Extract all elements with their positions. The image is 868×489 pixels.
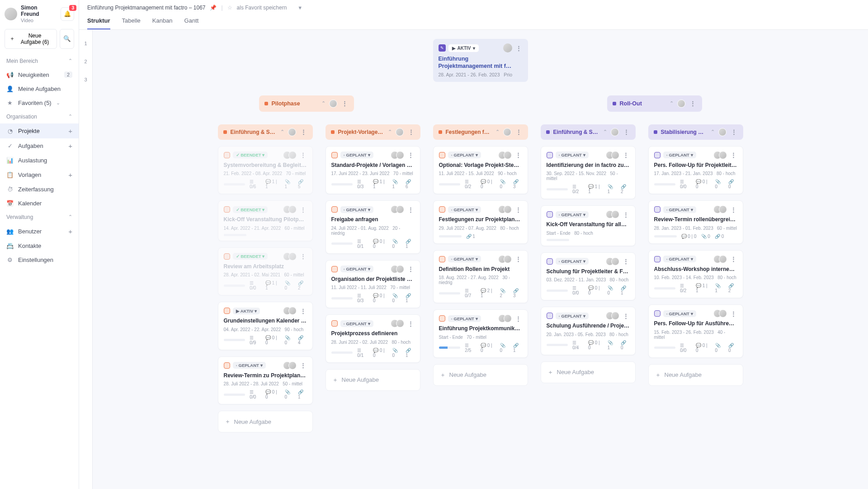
more-icon[interactable]: ⋮ <box>622 313 630 319</box>
nav-item[interactable]: ⚙Einstellungen <box>0 253 79 267</box>
task-card[interactable]: ◦ GEPLANT ▾ ⋮ Schulung für Projektleiter… <box>541 252 636 301</box>
nav-item[interactable]: ✓Aufgaben+ <box>0 138 79 153</box>
task-status[interactable]: ◦ GEPLANT ▾ <box>556 211 589 218</box>
task-card[interactable]: ◦ GEPLANT ▾ ⋮ Festlegungen zur Projektpl… <box>433 200 528 244</box>
task-status[interactable]: ▶ AKTIV ▾ <box>233 308 260 314</box>
task-status[interactable]: ◦ GEPLANT ▾ <box>340 152 373 158</box>
chevron-down-icon[interactable]: ▼ <box>297 5 302 10</box>
task-status[interactable]: ◦ GEPLANT ▾ <box>556 258 589 265</box>
task-status[interactable]: ◦ GEPLANT ▾ <box>448 256 481 262</box>
task-card[interactable]: ◦ GEPLANT ▾ ⋮ Pers. Follow-Up für Ausfüh… <box>648 304 743 358</box>
task-card[interactable]: ◦ GEPLANT ▾ ⋮ Review-Termin zu Projektpl… <box>218 356 313 405</box>
tab-tabelle[interactable]: Tabelle <box>122 14 141 29</box>
task-card[interactable]: ◦ GEPLANT ▾ ⋮ Standard-Projekte / Vorlag… <box>326 146 420 195</box>
chevron-up-icon[interactable]: ⌃ <box>280 129 284 135</box>
tab-kanban[interactable]: Kanban <box>152 14 173 29</box>
nav-item[interactable]: 📊Auslastung <box>0 153 79 167</box>
task-status[interactable]: ✓ BEENDET ▾ <box>233 253 268 260</box>
column-header[interactable]: Stabilisierung & Evalu…⌃⋮ <box>648 124 743 140</box>
column-header[interactable]: Einführung & Schulung⌃⋮ <box>541 124 636 140</box>
nav-item[interactable]: 📋Vorlagen+ <box>0 167 79 182</box>
nav-item[interactable]: 👤Meine Aufgaben <box>0 82 79 96</box>
new-task-button[interactable]: ＋ Neue Aufgabe (6) <box>5 29 57 49</box>
task-card[interactable]: ◦ GEPLANT ▾ ⋮ Identifizierung der in fac… <box>541 146 636 199</box>
nav-header-mein[interactable]: Mein Bereich⌃ <box>0 54 79 68</box>
task-status[interactable]: ◦ GEPLANT ▾ <box>233 362 266 369</box>
more-icon[interactable]: ⋮ <box>622 258 630 265</box>
root-card[interactable]: ✎ ▶ AKTIV ▾ ⋮ Einführung Projektmanageme… <box>433 39 528 82</box>
task-status[interactable]: ◦ GEPLANT ▾ <box>663 206 696 213</box>
phase-card[interactable]: Pilotphase⌃⋮ <box>259 95 354 112</box>
task-card[interactable]: ✓ BEENDET ▾ ⋮ Systemvorbereitung & Begle… <box>218 146 313 195</box>
more-icon[interactable]: ⋮ <box>730 310 737 317</box>
nav-item[interactable]: ★Favoriten (5)⌄ <box>0 96 79 110</box>
more-icon[interactable]: ⋮ <box>622 152 630 158</box>
plus-icon[interactable]: + <box>68 228 72 235</box>
task-card[interactable]: ◦ GEPLANT ▾ ⋮ Definition Rollen im Proje… <box>433 250 528 304</box>
task-card[interactable]: ◦ GEPLANT ▾ ⋮ Organisation der Projektli… <box>326 260 420 309</box>
task-status[interactable]: ◦ GEPLANT ▾ <box>340 206 373 213</box>
more-icon[interactable]: ⋮ <box>299 362 307 369</box>
task-card[interactable]: ◦ GEPLANT ▾ ⋮ Einführung Projektkommunik… <box>433 309 528 358</box>
more-icon[interactable]: ⋮ <box>407 128 415 135</box>
task-card[interactable]: ◦ GEPLANT ▾ ⋮ Review-Termin rollenübergr… <box>648 200 743 244</box>
favorite-label[interactable]: als Favorit speichern <box>237 5 287 11</box>
task-card[interactable]: ◦ GEPLANT ▾ ⋮ Pers. Follow-Up für Projek… <box>648 146 743 195</box>
nav-item[interactable]: 📢Neuigkeiten2 <box>0 68 79 82</box>
add-task-button[interactable]: ＋Neue Aufgabe <box>218 411 313 432</box>
root-status[interactable]: ▶ AKTIV ▾ <box>448 44 479 52</box>
add-task-button[interactable]: ＋Neue Aufgabe <box>433 364 528 386</box>
add-task-button[interactable]: ＋Neue Aufgabe <box>541 361 636 383</box>
more-icon[interactable]: ⋮ <box>299 253 307 260</box>
more-icon[interactable]: ⋮ <box>514 206 522 213</box>
task-status[interactable]: ◦ GEPLANT ▾ <box>340 266 373 272</box>
more-icon[interactable]: ⋮ <box>730 256 737 262</box>
more-icon[interactable]: ⋮ <box>407 320 415 327</box>
task-card[interactable]: ✓ BEENDET ▾ ⋮ Kick-Off Veranstaltung Pil… <box>218 200 313 241</box>
more-icon[interactable]: ⋮ <box>730 206 737 213</box>
task-card[interactable]: ◦ GEPLANT ▾ ⋮ Optional: Vorlage Projekt-… <box>433 146 528 195</box>
more-icon[interactable]: ⋮ <box>341 100 349 107</box>
more-icon[interactable]: ⋮ <box>623 128 630 135</box>
nav-header-org[interactable]: Organisation⌃ <box>0 110 79 123</box>
nav-item[interactable]: 📅Kalender <box>0 196 79 210</box>
task-status[interactable]: ◦ GEPLANT ▾ <box>448 315 481 322</box>
task-card[interactable]: ◦ GEPLANT ▾ ⋮ Projektprozess definieren … <box>326 314 420 363</box>
task-status[interactable]: ◦ GEPLANT ▾ <box>663 152 696 158</box>
more-icon[interactable]: ⋮ <box>407 206 415 213</box>
task-status[interactable]: ◦ GEPLANT ▾ <box>448 206 481 213</box>
task-status[interactable]: ◦ GEPLANT ▾ <box>663 256 696 262</box>
task-status[interactable]: ✓ BEENDET ▾ <box>233 152 268 158</box>
task-card[interactable]: ◦ GEPLANT ▾ ⋮ Abschluss-Workshop interne… <box>648 250 743 299</box>
chevron-up-icon[interactable]: ⌃ <box>670 100 674 106</box>
more-icon[interactable]: ⋮ <box>514 152 522 158</box>
more-icon[interactable]: ⋮ <box>622 211 630 218</box>
more-icon[interactable]: ⋮ <box>299 308 307 314</box>
chevron-up-icon[interactable]: ⌃ <box>495 129 500 135</box>
task-card[interactable]: ▶ AKTIV ▾ ⋮ Grundeinstellungen Kalender … <box>218 302 313 350</box>
task-status[interactable]: ◦ GEPLANT ▾ <box>556 313 589 319</box>
more-icon[interactable]: ⋮ <box>514 256 522 262</box>
task-card[interactable]: ◦ GEPLANT ▾ ⋮ Freigabe anfragen 24. Juli… <box>326 200 420 254</box>
plus-icon[interactable]: + <box>68 142 72 150</box>
more-icon[interactable]: ⋮ <box>407 266 415 272</box>
task-card[interactable]: ✓ BEENDET ▾ ⋮ Review am Arbeitsplatz 28.… <box>218 247 313 296</box>
column-header[interactable]: Festlegungen fürs Pro…⌃⋮ <box>433 124 528 140</box>
nav-item[interactable]: ◔Projekte+ <box>0 123 79 138</box>
task-status[interactable]: ◦ GEPLANT ▾ <box>448 152 481 158</box>
task-status[interactable]: ✓ BEENDET ▾ <box>233 206 268 213</box>
column-header[interactable]: Einführung & Schulun…⌃⋮ <box>218 124 313 140</box>
tab-gantt[interactable]: Gantt <box>184 14 199 29</box>
more-icon[interactable]: ⋮ <box>730 152 737 158</box>
task-card[interactable]: ◦ GEPLANT ▾ ⋮ Schulung Ausführende / Pro… <box>541 307 636 355</box>
column-header[interactable]: Projekt-Vorlagen / -P…⌃⋮ <box>326 124 420 140</box>
add-task-button[interactable]: ＋Neue Aufgabe <box>648 364 743 386</box>
more-icon[interactable]: ⋮ <box>515 128 523 135</box>
task-card[interactable]: ◦ GEPLANT ▾ ⋮ Kick-Off Veranstaltung für… <box>541 205 636 246</box>
tab-struktur[interactable]: Struktur <box>87 14 110 29</box>
task-status[interactable]: ◦ GEPLANT ▾ <box>556 152 589 158</box>
chevron-up-icon[interactable]: ⌃ <box>711 129 715 135</box>
chevron-up-icon[interactable]: ⌃ <box>603 129 607 135</box>
more-icon[interactable]: ⋮ <box>299 206 307 213</box>
more-icon[interactable]: ⋮ <box>689 100 697 107</box>
